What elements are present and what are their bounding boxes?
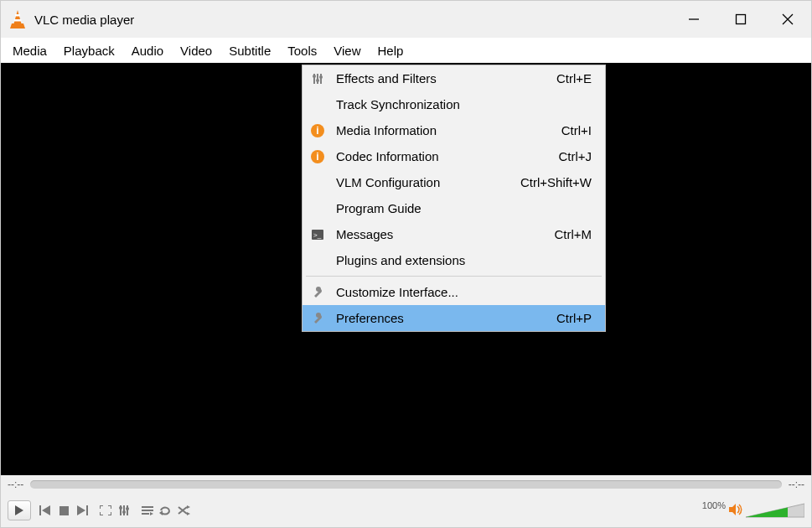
wrench-icon (303, 287, 333, 298)
svg-marker-20 (77, 505, 85, 515)
tools-media-info[interactable]: i Media Information Ctrl+I (303, 117, 605, 143)
tools-customize[interactable]: Customize Interface... (303, 279, 605, 305)
menu-video[interactable]: Video (172, 41, 220, 60)
svg-point-9 (313, 75, 316, 78)
svg-point-11 (316, 79, 319, 82)
next-button[interactable] (73, 501, 91, 520)
play-button[interactable] (8, 500, 31, 520)
ext-settings-button[interactable] (115, 501, 133, 520)
svg-marker-0 (13, 10, 22, 25)
shuffle-button[interactable] (175, 501, 194, 520)
svg-point-25 (122, 510, 126, 514)
svg-rect-2 (14, 19, 22, 22)
info-icon: i (303, 124, 333, 137)
tools-effects[interactable]: Effects and Filters Ctrl+E (303, 65, 605, 91)
speaker-icon[interactable] (729, 504, 742, 518)
equalizer-icon (303, 73, 333, 85)
svg-text:>_: >_ (313, 231, 322, 239)
svg-rect-1 (15, 14, 20, 17)
tools-preferences[interactable]: Preferences Ctrl+P (303, 305, 605, 331)
vlc-cone-icon (9, 10, 26, 28)
controls-bar: 100% (1, 494, 811, 527)
time-elapsed[interactable]: --:-- (8, 479, 23, 490)
tools-dropdown: Effects and Filters Ctrl+E Track Synchro… (302, 65, 606, 332)
svg-marker-32 (159, 510, 163, 515)
menu-separator (306, 276, 602, 277)
volume-percent: 100% (702, 500, 726, 510)
tools-guide[interactable]: Program Guide (303, 195, 605, 221)
volume-slider[interactable] (746, 502, 804, 519)
terminal-icon: >_ (303, 230, 333, 240)
svg-marker-16 (15, 505, 23, 515)
menu-audio[interactable]: Audio (123, 41, 172, 60)
menu-bar: Media Playback Audio Video Subtitle Tool… (1, 38, 811, 63)
loop-button[interactable] (157, 501, 175, 520)
fullscreen-button[interactable] (96, 501, 115, 520)
tools-sync[interactable]: Track Synchronization (303, 91, 605, 117)
seek-bar: --:-- --:-- (1, 475, 811, 494)
svg-marker-34 (187, 512, 190, 515)
title-bar: VLC media player (1, 1, 811, 38)
playlist-button[interactable] (138, 501, 157, 520)
tools-vlm[interactable]: VLM Configuration Ctrl+Shift+W (303, 169, 605, 195)
info-icon: i (303, 150, 333, 163)
previous-button[interactable] (36, 501, 54, 520)
stop-button[interactable] (54, 501, 73, 520)
menu-playback[interactable]: Playback (55, 41, 123, 60)
tools-plugins[interactable]: Plugins and extensions (303, 247, 605, 273)
time-remaining[interactable]: --:-- (789, 479, 804, 490)
svg-rect-17 (39, 505, 41, 515)
wrench-icon (303, 313, 333, 324)
app-title: VLC media player (34, 13, 134, 27)
svg-rect-5 (737, 15, 746, 24)
minimize-button[interactable] (670, 1, 717, 38)
maximize-button[interactable] (717, 1, 764, 38)
menu-subtitle[interactable]: Subtitle (220, 41, 279, 60)
menu-media[interactable]: Media (4, 41, 55, 60)
svg-marker-35 (729, 504, 736, 515)
svg-marker-18 (42, 505, 50, 515)
tools-messages[interactable]: >_ Messages Ctrl+M (303, 221, 605, 247)
svg-marker-33 (187, 505, 190, 509)
svg-point-27 (126, 507, 129, 510)
menu-help[interactable]: Help (370, 41, 412, 60)
seek-slider[interactable] (30, 480, 781, 489)
close-button[interactable] (764, 1, 811, 38)
menu-tools[interactable]: Tools (279, 41, 325, 60)
menu-view[interactable]: View (325, 41, 369, 60)
tools-codec-info[interactable]: i Codec Information Ctrl+J (303, 143, 605, 169)
svg-marker-31 (150, 512, 153, 515)
svg-point-13 (319, 75, 323, 79)
svg-rect-19 (59, 506, 69, 515)
svg-rect-21 (86, 505, 88, 515)
svg-point-23 (119, 506, 122, 510)
svg-marker-3 (10, 23, 25, 28)
